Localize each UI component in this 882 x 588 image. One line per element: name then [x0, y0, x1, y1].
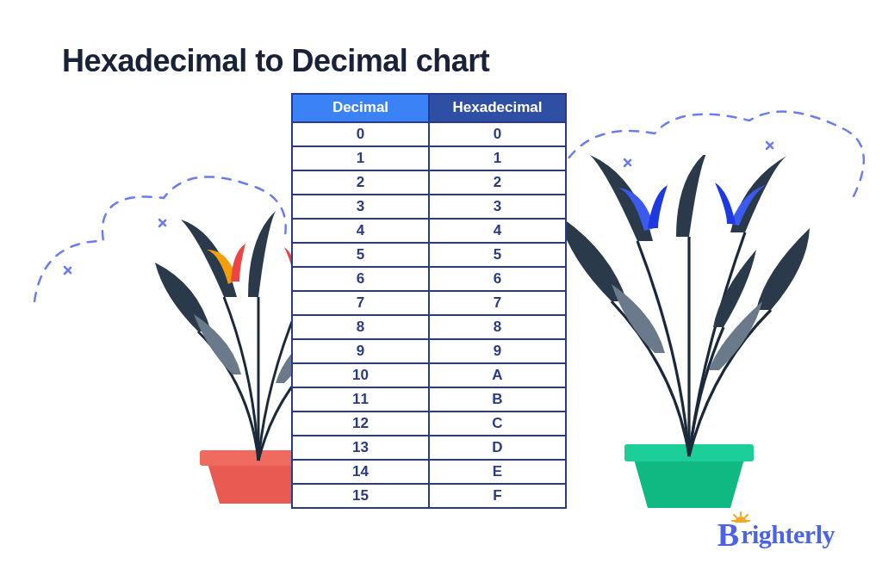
cell-hex: 4 — [430, 220, 565, 242]
cell-hex: A — [430, 364, 565, 387]
sun-icon — [731, 511, 750, 529]
cell-hex: 7 — [430, 292, 565, 314]
table-row: 10A — [293, 362, 565, 387]
cell-hex: 6 — [430, 268, 565, 290]
cell-decimal: 13 — [293, 436, 430, 459]
logo-text: righterly — [741, 520, 835, 549]
cell-hex: 8 — [430, 316, 565, 338]
plant-right-icon — [551, 155, 810, 517]
page-title: Hexadecimal to Decimal chart — [62, 43, 489, 79]
cell-hex: 9 — [430, 340, 565, 362]
cell-decimal: 0 — [293, 123, 430, 145]
brand-logo: B righterly — [717, 516, 835, 554]
cell-decimal: 11 — [293, 388, 430, 411]
table-header: Decimal Hexadecimal — [293, 95, 565, 121]
table-row: 33 — [293, 194, 565, 218]
cell-hex: B — [430, 388, 565, 411]
table-row: 44 — [293, 218, 565, 242]
cell-decimal: 15 — [293, 485, 430, 507]
cell-decimal: 6 — [293, 268, 430, 290]
cell-decimal: 12 — [293, 412, 430, 435]
cell-hex: 0 — [430, 123, 565, 145]
cell-hex: D — [430, 436, 565, 459]
cell-decimal: 4 — [293, 220, 430, 242]
logo-letter-b: B — [717, 516, 739, 554]
table-row: 12C — [293, 411, 565, 435]
cell-decimal: 14 — [293, 461, 430, 483]
col-header-hex: Hexadecimal — [430, 95, 565, 121]
cell-hex: 5 — [430, 244, 565, 266]
table-row: 66 — [293, 266, 565, 290]
table-row: 11 — [293, 145, 565, 170]
svg-line-3 — [734, 515, 736, 517]
table-row: 13D — [293, 435, 565, 459]
cell-decimal: 1 — [293, 147, 430, 170]
table-row: 88 — [293, 314, 565, 338]
table-row: 00 — [293, 121, 565, 145]
cell-hex: E — [430, 461, 565, 483]
cell-decimal: 10 — [293, 364, 430, 387]
cell-decimal: 3 — [293, 195, 430, 218]
col-header-decimal: Decimal — [293, 95, 430, 121]
table-row: 77 — [293, 290, 565, 314]
table-row: 55 — [293, 242, 565, 266]
table-row: 22 — [293, 170, 565, 194]
cell-hex: 2 — [430, 171, 565, 194]
cell-decimal: 8 — [293, 316, 430, 338]
cell-hex: 3 — [430, 195, 565, 218]
cell-decimal: 9 — [293, 340, 430, 362]
cell-hex: C — [430, 412, 565, 435]
conversion-table: Decimal Hexadecimal 00112233445566778899… — [291, 93, 567, 509]
cell-hex: F — [430, 485, 565, 507]
cell-hex: 1 — [430, 147, 565, 170]
table-row: 99 — [293, 338, 565, 362]
cell-decimal: 5 — [293, 244, 430, 266]
table-row: 15F — [293, 483, 565, 507]
table-row: 14E — [293, 459, 565, 483]
table-row: 11B — [293, 387, 565, 411]
cell-decimal: 2 — [293, 171, 430, 194]
svg-line-4 — [745, 515, 748, 517]
cell-decimal: 7 — [293, 292, 430, 314]
